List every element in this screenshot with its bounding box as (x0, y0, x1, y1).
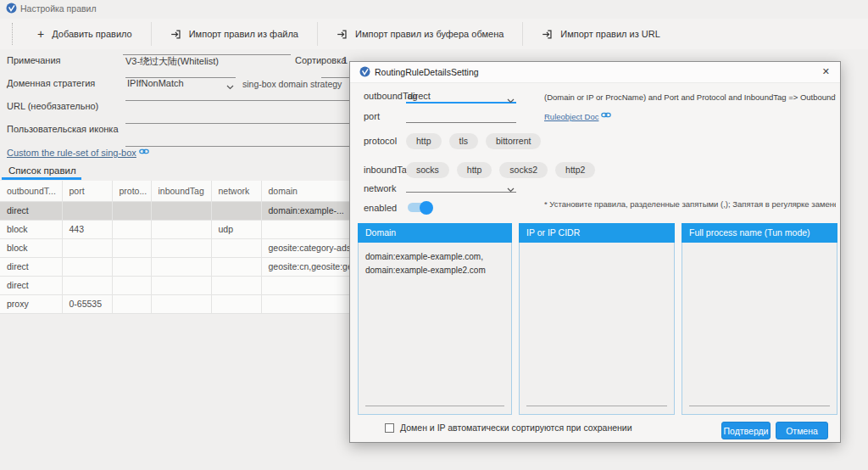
remarks-value: V3-绕过大陆(Whitelist) (125, 55, 219, 68)
domain-panel-header: Domain (358, 223, 512, 243)
col-port[interactable]: port (62, 181, 112, 201)
routing-rule-details-dialog: RoutingRuleDetailsSetting ✕ outboundTag … (349, 61, 841, 443)
rules-table-container: outboundT... port proto... inboundTag ne… (0, 181, 357, 314)
ip-cidr-panel: IP or IP CIDR (519, 223, 675, 415)
close-icon[interactable]: ✕ (822, 66, 830, 77)
ip-cidr-textarea[interactable] (519, 243, 675, 415)
import-rules-file-button[interactable]: Импорт правил из файла (152, 19, 317, 49)
port-label: port (364, 111, 380, 121)
sort-input[interactable]: 1 (342, 55, 348, 65)
domain-panel: Domain domain:example-example.com, domai… (358, 223, 512, 415)
custom-icon-input[interactable] (125, 123, 349, 124)
import-icon (542, 29, 553, 40)
table-row[interactable]: blockgeosite:category-ads-all (0, 238, 356, 257)
table-row[interactable]: direct (0, 276, 356, 294)
process-name-panel-header: Full process name (Tun mode) (682, 223, 837, 243)
url-label: URL (необязательно) (7, 101, 98, 111)
chevron-down-icon (226, 81, 234, 92)
enabled-label: enabled (364, 203, 397, 213)
remarks-label: Примечания (7, 55, 61, 65)
import-icon (170, 29, 181, 40)
domain-textarea[interactable]: domain:example-example.com, domain:examp… (358, 243, 512, 415)
ip-cidr-panel-header: IP or IP CIDR (519, 223, 675, 243)
col-inboundtag[interactable]: inboundTag (151, 181, 211, 201)
col-network[interactable]: network (211, 181, 261, 201)
auto-sort-checkbox[interactable] (385, 423, 394, 433)
table-header-row: outboundT... port proto... inboundTag ne… (0, 181, 356, 201)
table-row[interactable]: directdomain:example-... (0, 201, 356, 220)
tab-active-underline (2, 177, 81, 180)
app-logo-icon (6, 3, 17, 15)
toggle-knob (420, 201, 433, 215)
toolbar: + Добавить правило Импорт правил из файл… (0, 19, 868, 49)
rules-table: outboundT... port proto... inboundTag ne… (0, 181, 357, 314)
auto-sort-checkbox-label: Домен и IP автоматически сортируются при… (400, 422, 632, 433)
url-input[interactable] (125, 100, 349, 101)
outboundtag-select[interactable]: direct (406, 91, 516, 104)
col-domain[interactable]: domain (261, 181, 356, 201)
link-icon (139, 147, 149, 157)
domain-strategy-select[interactable]: IPIfNonMatch (125, 77, 236, 78)
inboundtag-option-socks2[interactable]: socks2 (499, 162, 548, 178)
plus-icon: + (37, 27, 44, 41)
inboundtag-option-socks[interactable]: socks (406, 162, 449, 178)
table-row[interactable]: directgeosite:cn,geosite:geolo... (0, 257, 356, 276)
import-icon (337, 29, 348, 40)
col-protocol[interactable]: proto... (112, 181, 151, 201)
chevron-down-icon (507, 95, 515, 105)
inboundtag-option-http[interactable]: http (457, 162, 492, 178)
process-name-textarea[interactable] (682, 243, 837, 415)
singbox-strategy-label: sing-box domain strategy (242, 79, 342, 89)
link-icon (601, 111, 611, 120)
toolbar-gripper (12, 23, 15, 45)
singbox-ruleset-link[interactable]: Custom the rule-set of sing-box (7, 147, 149, 158)
ruleobject-doc-link[interactable]: Ruleobject Doc (544, 111, 836, 121)
table-row[interactable]: proxy0-65535 (0, 294, 356, 313)
singbox-strategy-select[interactable] (321, 77, 349, 78)
chevron-down-icon (507, 184, 515, 194)
port-input[interactable] (406, 110, 516, 123)
network-label: network (364, 183, 397, 193)
protocol-options: http tls bittorrent (406, 133, 541, 149)
rule-hint-text: (Domain or IP or ProcName) and Port and … (544, 92, 836, 102)
inboundtag-options: socks http socks2 http2 (406, 162, 595, 178)
protocol-label: protocol (364, 136, 397, 146)
singbox-ruleset-input[interactable] (125, 146, 349, 147)
col-outboundtag[interactable]: outboundT... (0, 181, 62, 201)
confirm-button[interactable]: Подтверди (721, 422, 771, 439)
tab-rules-list[interactable]: Список правил (8, 165, 76, 176)
process-name-panel: Full process name (Tun mode) (682, 223, 837, 415)
dialog-logo-icon (359, 66, 370, 79)
table-row[interactable]: block443udp (0, 220, 356, 238)
enabled-toggle[interactable] (408, 203, 431, 212)
import-rules-clipboard-button[interactable]: Импорт правил из буфера обмена (318, 19, 522, 49)
dialog-title: RoutingRuleDetailsSetting (375, 67, 479, 77)
import-rules-url-button[interactable]: Импорт правил из URL (523, 19, 678, 49)
add-rule-button[interactable]: + Добавить правило (19, 19, 151, 49)
cancel-button[interactable]: Отмена (776, 422, 828, 439)
protocol-option-tls[interactable]: tls (449, 133, 479, 149)
dialog-titlebar: RoutingRuleDetailsSetting ✕ (350, 62, 840, 83)
protocol-option-bittorrent[interactable]: bittorrent (486, 133, 541, 149)
remarks-input[interactable]: V3-绕过大陆(Whitelist) (123, 54, 291, 55)
custom-icon-label: Пользовательская иконка (7, 124, 119, 134)
rules-note-text: * Установите правила, разделенные запяты… (544, 199, 836, 209)
protocol-option-http[interactable]: http (406, 133, 442, 149)
domain-strategy-label: Доменная стратегия (7, 78, 95, 88)
window-title: Настройка правил (20, 3, 97, 14)
network-select[interactable] (406, 180, 516, 193)
inboundtag-option-http2[interactable]: http2 (555, 162, 595, 178)
sort-label: Сортировка (295, 55, 346, 65)
inboundtag-label: inboundTag (364, 165, 412, 175)
